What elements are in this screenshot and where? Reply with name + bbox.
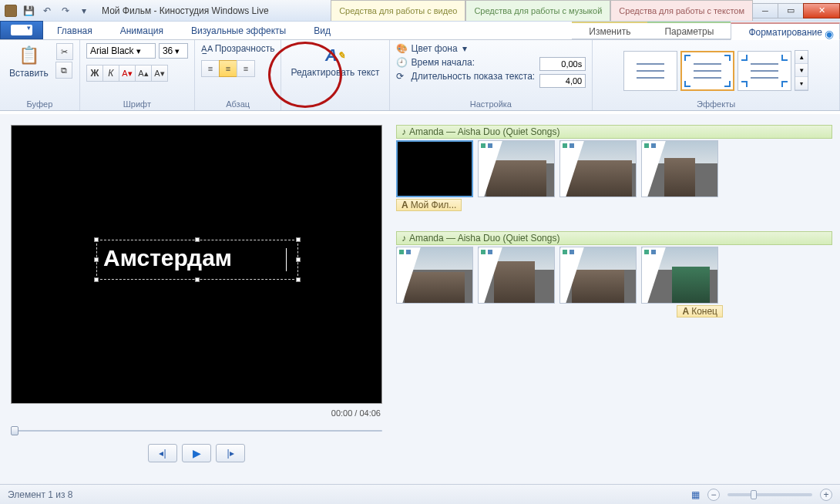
zoom-out-button[interactable]: −: [707, 489, 720, 501]
effects-expand[interactable]: ▾: [795, 77, 808, 90]
redo-icon[interactable]: ↷: [59, 4, 72, 18]
tab-visual-effects[interactable]: Визуальные эффекты: [177, 22, 300, 39]
text-clip-end[interactable]: AКонец: [677, 305, 723, 318]
clip-6[interactable]: [478, 247, 555, 304]
tab-animation[interactable]: Анимация: [106, 22, 177, 39]
group-effects: ▲ ▼ ▾ Эффекты: [593, 40, 840, 110]
start-time-label: Время начала:: [412, 57, 475, 68]
resize-handle-ne[interactable]: [296, 237, 301, 242]
edit-text-button[interactable]: A✎ Редактировать текст: [287, 43, 382, 79]
text-clip-1[interactable]: AМой Фил...: [396, 199, 462, 211]
bold-button[interactable]: Ж: [86, 65, 103, 82]
save-icon[interactable]: 💾: [22, 4, 35, 18]
grow-font-button[interactable]: A▴: [135, 65, 152, 82]
effect-thumb-3[interactable]: [738, 51, 791, 91]
cut-button[interactable]: ✂: [56, 43, 73, 60]
undo-icon[interactable]: ↶: [40, 4, 54, 18]
play-button[interactable]: ▶: [182, 444, 211, 462]
seek-thumb[interactable]: [11, 426, 18, 435]
effects-scroll-up[interactable]: ▲: [795, 51, 808, 64]
effect-thumb-2[interactable]: [680, 51, 734, 91]
status-bar: Элемент 1 из 8 ▦ − +: [0, 484, 840, 504]
status-item-count: Элемент 1 из 8: [8, 489, 73, 500]
transparency-button[interactable]: A̲A Прозрачность: [201, 43, 275, 54]
copy-button[interactable]: ⧉: [55, 62, 72, 79]
help-icon[interactable]: ◉: [825, 28, 834, 40]
effect-thumb-1[interactable]: [623, 51, 677, 91]
edit-text-label: Редактировать текст: [291, 68, 379, 78]
zoom-in-button[interactable]: +: [820, 489, 832, 501]
clip-1[interactable]: [396, 140, 473, 197]
context-tab-text[interactable]: Средства для работы с текстом: [610, 0, 753, 21]
duration-input[interactable]: [539, 74, 586, 88]
timeline-pane: ♪Amanda — Aisha Duo (Quiet Songs) AМой Ф…: [393, 114, 840, 484]
edit-text-icon: A✎: [323, 45, 348, 66]
group-clipboard: 📋 Вставить ✂ ⧉ Буфер: [0, 40, 80, 110]
clip-3[interactable]: [559, 140, 637, 197]
font-name-combo[interactable]: Arial Black ▾: [86, 43, 156, 59]
paint-icon: 🎨: [396, 43, 407, 54]
maximize-button[interactable]: ▭: [778, 3, 804, 18]
group-clipboard-label: Буфер: [6, 98, 73, 109]
font-size-combo[interactable]: 36 ▾: [159, 43, 188, 59]
qat-more-icon[interactable]: ▾: [77, 4, 91, 18]
shrink-font-button[interactable]: A▾: [151, 65, 168, 82]
contextual-tab-headers: Средства для работы с видео Средства для…: [331, 0, 753, 21]
close-button[interactable]: ✕: [803, 3, 840, 18]
resize-handle-sw[interactable]: [94, 277, 99, 282]
tab-home[interactable]: Главная: [43, 22, 106, 39]
clip-7[interactable]: [559, 247, 637, 304]
music-track-1-header[interactable]: ♪Amanda — Aisha Duo (Quiet Songs): [396, 125, 832, 139]
file-menu-button[interactable]: [0, 21, 43, 39]
group-effects-label: Эффекты: [599, 98, 833, 109]
view-toggle-icon[interactable]: ▦: [691, 489, 700, 500]
context-tab-music[interactable]: Средства для работы с музыкой: [465, 0, 610, 21]
group-edit-text: A✎ Редактировать текст: [281, 40, 389, 110]
text-overlay-box[interactable]: Амстердам: [96, 240, 298, 280]
resize-handle-n[interactable]: [195, 237, 200, 242]
duration-icon: ⟳: [396, 71, 407, 82]
playback-controls: ◂| ▶ |▸: [11, 444, 382, 462]
bg-color-button[interactable]: 🎨Цвет фона ▾: [396, 43, 536, 54]
effects-scroll-down[interactable]: ▼: [795, 64, 808, 77]
subtab-format[interactable]: Форматирование: [731, 22, 840, 40]
paste-button[interactable]: 📋 Вставить: [6, 43, 52, 80]
subtab-params[interactable]: Параметры: [647, 22, 731, 39]
clip-2[interactable]: [478, 140, 555, 197]
clock-icon: 🕘: [396, 57, 407, 68]
zoom-slider[interactable]: [727, 493, 812, 496]
zoom-thumb[interactable]: [751, 490, 757, 499]
clip-8[interactable]: [641, 247, 718, 304]
align-right-button[interactable]: ≡: [237, 60, 255, 77]
subtab-edit[interactable]: Изменить: [572, 22, 647, 39]
group-settings: 🎨Цвет фона ▾ 🕘Время начала: ⟳Длительност…: [390, 40, 593, 110]
ribbon-tabs: Главная Анимация Визуальные эффекты Вид …: [0, 22, 840, 40]
timecode-display: 00:00 / 04:06: [11, 404, 382, 422]
font-color-button[interactable]: A▾: [119, 65, 136, 82]
resize-handle-w[interactable]: [94, 257, 99, 262]
resize-handle-nw[interactable]: [94, 237, 99, 242]
tab-view[interactable]: Вид: [300, 22, 344, 39]
resize-handle-e[interactable]: [296, 257, 301, 262]
prev-frame-button[interactable]: ◂|: [148, 444, 177, 462]
resize-handle-s[interactable]: [195, 277, 200, 282]
paste-label: Вставить: [9, 68, 49, 79]
preview-pane: Амстердам 00:00 / 04:06 ◂| ▶ |▸: [0, 114, 393, 484]
italic-button[interactable]: К: [102, 65, 119, 82]
align-left-button[interactable]: ≡: [201, 60, 220, 77]
group-paragraph: A̲A Прозрачность ≡ ≡ ≡ Абзац: [195, 40, 282, 110]
start-time-input[interactable]: [539, 57, 586, 71]
text-caret: [286, 248, 287, 271]
seek-slider[interactable]: [11, 425, 382, 436]
minimize-button[interactable]: ─: [752, 3, 778, 18]
clip-4[interactable]: [641, 140, 718, 197]
next-frame-button[interactable]: |▸: [216, 444, 245, 462]
context-tab-video[interactable]: Средства для работы с видео: [331, 0, 465, 21]
align-center-button[interactable]: ≡: [219, 60, 237, 77]
preview-monitor[interactable]: Амстердам: [11, 125, 382, 404]
group-font-label: Шрифт: [86, 98, 188, 109]
ribbon: 📋 Вставить ✂ ⧉ Буфер Arial Black ▾ 36 ▾ …: [0, 40, 840, 111]
music-track-2-header[interactable]: ♪Amanda — Aisha Duo (Quiet Songs): [396, 231, 832, 245]
resize-handle-se[interactable]: [296, 277, 301, 282]
clip-5[interactable]: [396, 247, 473, 304]
